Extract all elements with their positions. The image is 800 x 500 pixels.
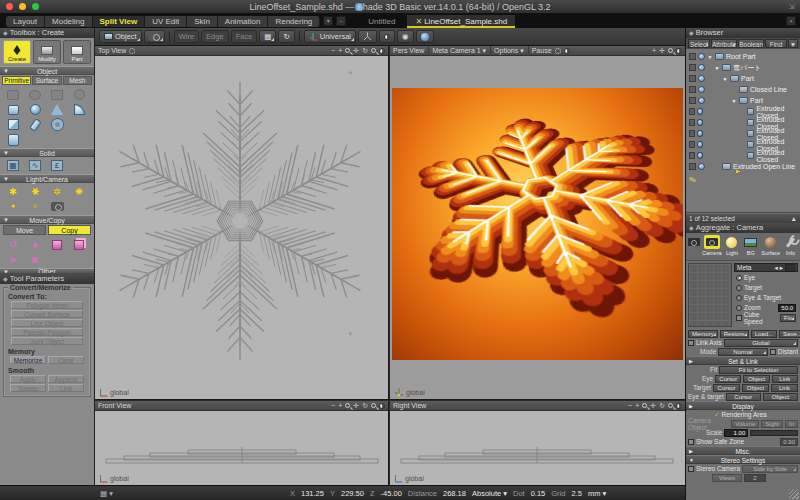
shading-toggle-icon[interactable] (379, 48, 385, 54)
render-toggle[interactable] (689, 86, 696, 93)
sphere-button[interactable] (24, 102, 46, 117)
viewport-right[interactable]: Right View −+ ✛↻ global (390, 401, 685, 485)
copy-button[interactable]: Copy (48, 225, 91, 235)
wire-mode-button[interactable]: Wire (174, 30, 199, 43)
save-button[interactable]: Save... (779, 330, 800, 338)
zoom-tool-icon[interactable] (668, 403, 673, 408)
smooth-sweep-button[interactable]: Sweep (10, 384, 46, 392)
zoom-in-button[interactable]: + (338, 401, 342, 411)
pan-button[interactable]: ✛ (353, 46, 359, 56)
universal-manipulator-button[interactable]: Universal (304, 30, 356, 43)
shading-toggle-icon[interactable] (379, 403, 385, 409)
zoom-tool-icon[interactable] (371, 403, 376, 408)
distant-checkbox[interactable] (770, 349, 776, 355)
scale-slider[interactable] (750, 430, 798, 436)
stereo-mode-dropdown[interactable]: Side by Side (742, 465, 798, 473)
eye-radio-row[interactable]: Eye (734, 273, 798, 282)
zoom-in-button[interactable]: + (635, 401, 639, 411)
workspace-menu-button[interactable]: ▾ (323, 16, 333, 26)
panel-collapse-icon[interactable]: ◆ (3, 30, 8, 36)
tab-rendering[interactable]: Rendering (268, 16, 320, 27)
tab-layout[interactable]: Layout (6, 16, 45, 27)
tree-label[interactable]: Extruded Open Line (733, 163, 795, 170)
zoom-out-button[interactable]: − (331, 46, 335, 56)
convert-polygon-mesh-button[interactable]: Polygon Mesh (11, 301, 83, 309)
target-radio[interactable] (736, 285, 742, 291)
toolbox-header[interactable]: ◆Toolbox : Create (0, 28, 94, 38)
magnifier-icon[interactable] (642, 403, 647, 408)
visibility-sphere-icon[interactable] (697, 152, 703, 159)
axis-tripod-button[interactable] (358, 30, 377, 43)
tree-label[interactable]: Extruded Closed (756, 149, 800, 163)
orbit-button[interactable]: ↻ (362, 46, 368, 56)
zoom-out-button[interactable]: − (331, 401, 335, 411)
fit-to-selection-button[interactable]: Fit to Selection (719, 366, 798, 374)
coordinate-space-label[interactable]: global (110, 475, 129, 482)
visibility-sphere-icon[interactable] (698, 86, 705, 93)
zoom-in-button[interactable]: + (652, 46, 656, 56)
circle-tool-button[interactable] (24, 87, 46, 102)
section-move-copy[interactable]: ▼Move/Copy (0, 215, 94, 224)
render-toggle[interactable] (689, 152, 695, 159)
coordinate-space-label[interactable]: global (405, 475, 424, 482)
rect-tool-button[interactable] (46, 87, 68, 102)
top-view-label[interactable]: Top View (98, 46, 126, 56)
visibility-sphere-icon[interactable] (698, 97, 705, 104)
view-settings-gear-icon[interactable] (129, 48, 135, 54)
aggregate-header[interactable]: ◆Aggregate : Camera (686, 223, 800, 233)
safe-zone-checkbox[interactable] (688, 439, 694, 445)
next-camera-arrow[interactable]: ▸ (780, 264, 783, 272)
aggregate-tab-bg[interactable]: BG (742, 235, 759, 256)
in-option[interactable]: In (785, 420, 798, 428)
move-button[interactable]: Move (3, 225, 46, 235)
solid-sweep-button[interactable]: £ (46, 158, 68, 173)
render-toggle[interactable] (689, 75, 696, 82)
smooth-link-button[interactable]: Link (48, 384, 84, 392)
attribute-button[interactable]: Attribute (711, 39, 737, 48)
zoom-radio[interactable] (736, 305, 742, 311)
preview-quality-icon[interactable] (564, 48, 570, 54)
box-button[interactable] (2, 117, 24, 132)
visibility-sphere-icon[interactable] (697, 130, 703, 137)
orbit-button[interactable]: ↻ (659, 401, 665, 411)
memory-button[interactable]: Memory (688, 330, 718, 338)
part-button[interactable]: Part (63, 40, 91, 64)
aggregate-tab-camera[interactable]: Camera (702, 235, 722, 256)
tab-uv-edit[interactable]: UV Edit (145, 16, 187, 27)
expander-icon[interactable]: ▼ (714, 65, 720, 71)
modify-button[interactable]: Modify (33, 40, 61, 64)
stereo-camera-checkbox[interactable] (688, 466, 694, 472)
resize-grip[interactable] (789, 489, 799, 499)
smooth-apply-button[interactable]: Apply (10, 375, 46, 383)
sight-option[interactable]: Sight (761, 420, 783, 428)
doc-tab-untitled[interactable]: Untitled (360, 15, 403, 28)
block-copy-button[interactable] (46, 237, 68, 252)
visibility-sphere-icon[interactable] (698, 64, 705, 71)
section-light-camera[interactable]: ▼Light/Camera (0, 174, 94, 183)
safe-zone-field[interactable]: 0.90 (780, 438, 798, 446)
coordinate-space-label[interactable]: global (110, 389, 129, 396)
smooth-append-button[interactable]: Append (48, 375, 84, 383)
unit-dropdown[interactable]: mm ▾ (588, 489, 606, 498)
magnifier-icon[interactable] (345, 403, 350, 408)
zoom-value-field[interactable]: 50.0 (778, 304, 796, 312)
solid-loft-button[interactable]: ∿ (24, 158, 46, 173)
tree-row-snow-part[interactable]: ▼雪パート (686, 62, 800, 73)
aggregate-tab-info[interactable]: Info (782, 235, 799, 256)
filter-button[interactable]: ▼ (788, 39, 798, 48)
tab-skin[interactable]: Skin (187, 16, 218, 27)
render-toggle[interactable] (689, 97, 696, 104)
world-button[interactable] (416, 30, 434, 43)
visibility-sphere-icon[interactable] (698, 75, 705, 82)
section-solid[interactable]: ▼Solid (0, 148, 94, 157)
render-toggle[interactable] (689, 141, 695, 148)
visibility-sphere-icon[interactable] (698, 53, 705, 60)
pan-button[interactable]: ✛ (353, 401, 359, 411)
curve-tool-button[interactable] (2, 87, 24, 102)
shading-toggle-icon[interactable] (676, 48, 682, 54)
render-toggle[interactable] (689, 53, 696, 60)
fullscreen-icon[interactable]: ⇲ (788, 2, 795, 11)
pan-button[interactable]: ✛ (659, 46, 665, 56)
tree-row-closed-line[interactable]: Closed Line (686, 84, 800, 95)
eye-target-radio-row[interactable]: Eye & Target (734, 293, 798, 302)
